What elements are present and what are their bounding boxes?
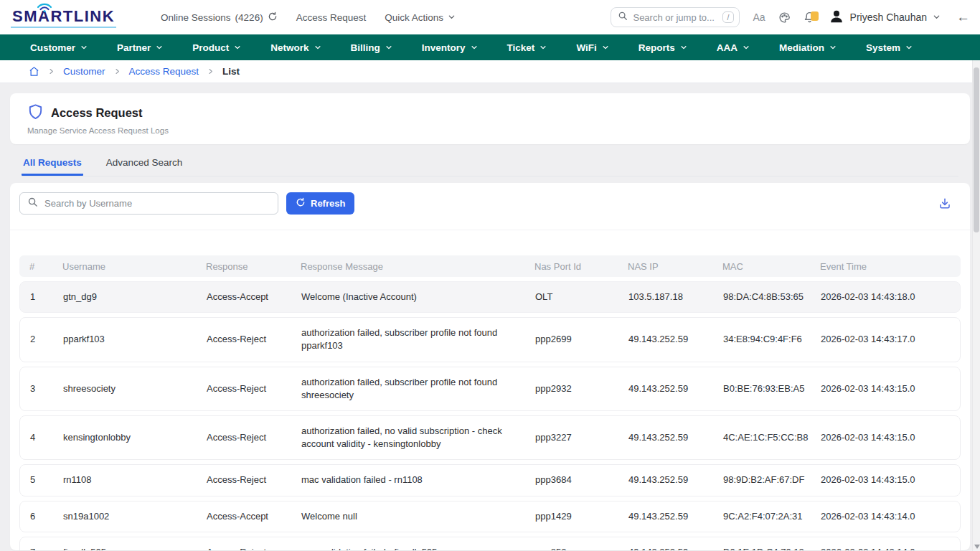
- cell-response-message: authorization failed, subscriber profile…: [301, 367, 535, 410]
- cell-index: 6: [20, 501, 63, 532]
- nav-item-mediation[interactable]: Mediation: [779, 42, 837, 53]
- logo-text-right: RTLINK: [50, 7, 115, 26]
- table-row[interactable]: 6 sn19a1002 Access-Accept Welcome null p…: [19, 501, 961, 532]
- cell-response: Access-Reject: [207, 423, 301, 453]
- breadcrumb-link-access-request[interactable]: Access Request: [129, 66, 199, 77]
- column-header: Event Time: [820, 261, 961, 272]
- column-header: Response: [206, 261, 301, 272]
- nav-item-system[interactable]: System: [866, 42, 913, 53]
- chevron-right-icon: [207, 68, 214, 75]
- smartlink-logo[interactable]: SMARTLINK: [11, 4, 116, 31]
- chevron-down-icon: [314, 42, 321, 53]
- notifications-bell-icon[interactable]: [804, 11, 816, 24]
- nav-item-customer[interactable]: Customer: [30, 42, 88, 53]
- cell-username: sn19a1002: [63, 501, 207, 532]
- tab-advanced-search[interactable]: Advanced Search: [105, 151, 184, 176]
- global-search-input[interactable]: [633, 12, 717, 23]
- username-search[interactable]: [19, 192, 278, 215]
- cell-response: Access-Reject: [207, 537, 301, 550]
- main-navigation: Customer Partner Product Network Billing…: [0, 34, 980, 60]
- table-row[interactable]: 7 fiorello505 Access-Reject mac validati…: [19, 537, 961, 550]
- nav-item-product[interactable]: Product: [192, 42, 241, 53]
- user-menu[interactable]: Priyesh Chauhan: [829, 9, 941, 27]
- table-row[interactable]: 4 kensingtonlobby Access-Reject authoriz…: [19, 415, 961, 460]
- cell-index: 1: [20, 282, 63, 312]
- breadcrumb-link-customer[interactable]: Customer: [63, 66, 105, 77]
- table-row[interactable]: 3 shreesociety Access-Reject authorizati…: [19, 367, 961, 411]
- cell-mac: B0:BE:76:93:EB:A5: [723, 374, 821, 404]
- table-row[interactable]: 5 rn1108 Access-Reject mac validation fa…: [19, 464, 961, 496]
- cell-event-time: 2026-02-03 14:43:18.0: [821, 282, 960, 312]
- chevron-down-icon: [156, 42, 163, 53]
- cell-username: fiorello505: [63, 537, 207, 550]
- username-search-input[interactable]: [44, 198, 270, 209]
- cell-response-message: authorization failed, no valid subscript…: [301, 416, 535, 459]
- scrollbar-down-arrow[interactable]: [974, 545, 980, 549]
- column-header: #: [19, 261, 62, 272]
- chevron-down-icon: [680, 42, 687, 53]
- nav-item-network[interactable]: Network: [270, 42, 321, 53]
- cell-nas-ip: 49.143.252.59: [628, 501, 723, 532]
- home-icon[interactable]: [29, 66, 39, 77]
- cell-nas-port-id: ppp3684: [535, 465, 628, 495]
- download-icon[interactable]: [938, 197, 951, 210]
- nav-item-billing[interactable]: Billing: [351, 42, 392, 53]
- column-header: NAS IP: [628, 261, 722, 272]
- column-header: MAC: [722, 261, 820, 272]
- cell-nas-ip: 49.143.252.59: [628, 423, 723, 453]
- cell-nas-port-id: ppp1429: [535, 501, 628, 532]
- requests-card: Refresh #UsernameResponseResponse Messag…: [10, 183, 970, 550]
- logo-text-left: SM: [12, 7, 38, 26]
- cell-response: Access-Reject: [207, 465, 301, 495]
- chevron-down-icon: [540, 42, 547, 53]
- refresh-icon: [296, 197, 306, 209]
- global-search[interactable]: /: [611, 7, 740, 27]
- cell-nas-port-id: ppp853: [535, 537, 628, 550]
- nav-item-wifi[interactable]: WiFi: [576, 42, 608, 53]
- chevron-down-icon: [471, 42, 478, 53]
- requests-table: #UsernameResponseResponse MessageNas Por…: [10, 230, 970, 550]
- user-name: Priyesh Chauhan: [850, 11, 927, 23]
- access-request-link[interactable]: Access Request: [296, 12, 367, 23]
- cell-response-message: mac validation failed - rn1108: [301, 465, 535, 495]
- cell-index: 7: [20, 537, 63, 550]
- cell-response: Access-Accept: [207, 282, 301, 312]
- tab-all-requests[interactable]: All Requests: [22, 151, 83, 176]
- table-row[interactable]: 2 pparkf103 Access-Reject authorization …: [19, 317, 961, 362]
- nav-item-inventory[interactable]: Inventory: [422, 42, 478, 53]
- cell-event-time: 2026-02-03 14:43:15.0: [821, 374, 960, 404]
- cell-response: Access-Accept: [207, 501, 301, 532]
- nav-item-ticket[interactable]: Ticket: [507, 42, 547, 53]
- chevron-down-icon: [829, 42, 837, 53]
- back-arrow-icon[interactable]: ←: [956, 9, 970, 25]
- nav-item-reports[interactable]: Reports: [639, 42, 687, 53]
- header-quick-links: Online Sessions (4226) Access Request Qu…: [161, 11, 456, 24]
- cell-event-time: 2026-02-03 14:43:17.0: [821, 324, 960, 354]
- page-title: Access Request: [51, 106, 142, 120]
- online-sessions-count: (4226): [235, 12, 263, 23]
- cell-username: rn1108: [63, 465, 207, 495]
- nav-item-partner[interactable]: Partner: [117, 42, 163, 53]
- cell-nas-port-id: ppp2932: [535, 374, 628, 404]
- cell-response: Access-Reject: [207, 374, 301, 404]
- scrollbar-thumb[interactable]: [974, 67, 979, 232]
- cell-nas-port-id: ppp3227: [535, 423, 628, 453]
- quick-actions-menu[interactable]: Quick Actions: [385, 12, 456, 23]
- cell-index: 3: [20, 374, 63, 404]
- font-size-toggle[interactable]: Aa: [753, 11, 765, 23]
- cell-nas-ip: 49.143.252.59: [628, 324, 723, 354]
- column-header: Response Message: [301, 261, 534, 272]
- nav-item-aaa[interactable]: AAA: [717, 42, 750, 53]
- table-header-row: #UsernameResponseResponse MessageNas Por…: [19, 255, 961, 277]
- column-header: Nas Port Id: [534, 261, 628, 272]
- chevron-down-icon: [905, 42, 913, 53]
- refresh-button[interactable]: Refresh: [286, 192, 354, 215]
- vertical-scrollbar[interactable]: [972, 60, 980, 551]
- theme-palette-icon[interactable]: [778, 11, 791, 24]
- table-row[interactable]: 1 gtn_dg9 Access-Accept Welcome (Inactiv…: [19, 281, 961, 313]
- online-sessions-link[interactable]: Online Sessions (4226): [161, 11, 278, 24]
- search-icon: [27, 197, 38, 210]
- refresh-sessions-icon[interactable]: [268, 11, 278, 24]
- cell-response-message: Welcome null: [301, 501, 535, 532]
- cell-mac: 98:9D:B2:AF:67:DF: [723, 465, 821, 495]
